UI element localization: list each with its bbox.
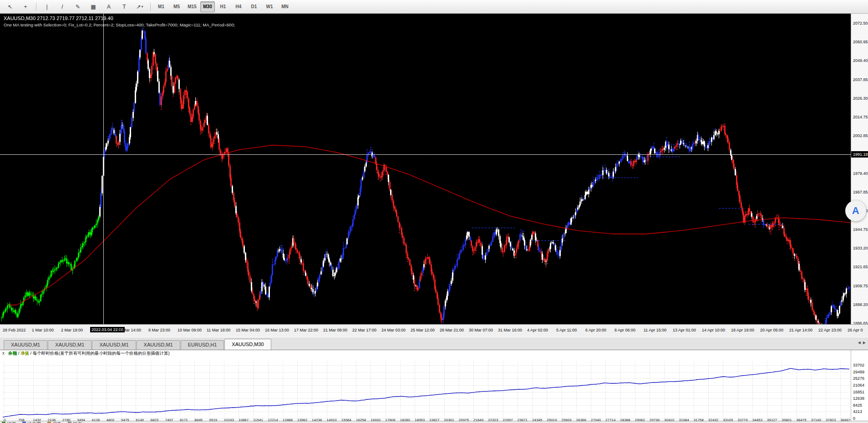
price-axis-label: 2002.85 — [853, 133, 868, 138]
legend-separator: / — [17, 351, 20, 356]
text-label-tool-button[interactable]: T — [117, 1, 132, 12]
tester-x-axis-label: 20975 — [459, 418, 469, 422]
tester-x-axis-label: 12214 — [268, 418, 278, 422]
price-axis-label: 2014.75 — [853, 115, 868, 119]
tester-x-axis-label: 29736 — [650, 418, 660, 422]
tester-x-axis-label: 34453 — [752, 418, 762, 422]
time-axis-label: 18 Apr 19:00 — [731, 328, 754, 332]
legend-balance-label: 余额 — [8, 351, 17, 356]
timeframe-m30-button[interactable]: M30 — [200, 1, 215, 12]
timeframe-h4-button[interactable]: H4 — [231, 1, 246, 12]
shapes-tool-button[interactable]: ↗▾ — [132, 1, 147, 12]
chart-tab-xauusdm1[interactable]: XAUUSD,M1 — [92, 340, 136, 350]
trendline-icon: / — [61, 4, 63, 10]
price-axis-label: 1921.65 — [853, 265, 868, 269]
timeframe-m15-button[interactable]: M15 — [185, 1, 199, 12]
tester-x-axis-label: 0 — [4, 418, 5, 422]
tester-x-axis-label: 5475 — [121, 418, 129, 422]
time-axis-label: 1 Mar 10:00 — [32, 328, 54, 332]
draw-tool-button[interactable]: ✎ — [71, 1, 85, 12]
tester-x-axis-label: 8171 — [180, 418, 188, 422]
chart-tab-xauusdm1[interactable]: XAUUSD,M1 — [137, 340, 180, 350]
text-icon: A — [107, 4, 111, 10]
time-axis-label: 22 Mar 17:00 — [352, 328, 376, 332]
trendline-tool-button[interactable]: / — [55, 1, 70, 12]
cursor-tool-button[interactable]: ↖ — [3, 1, 17, 12]
tester-x-axis-label: 19627 — [429, 418, 439, 422]
price-axis-label: 1898.20 — [853, 302, 868, 307]
floating-assistant-button[interactable]: A — [845, 200, 866, 221]
tester-x-axis-label: 8845 — [194, 418, 203, 422]
fibonacci-grid-tool-button[interactable]: ▦ — [86, 1, 101, 12]
time-axis-label: 11 Mar 18:00 — [207, 328, 230, 332]
time-axis-label: 13 Apr 01:00 — [673, 328, 696, 332]
metatrader-strategy-tester-window: ↖+|/✎▦AT↗▾M1M5M15M30H1H4D1W1MN XAUUSD,M3… — [0, 0, 868, 423]
draw-icon: ✎ — [76, 4, 80, 10]
tester-x-axis-label: 1432 — [33, 418, 41, 422]
chart-tabbar: XAUUSD,M1XAUUSD,M1XAUUSD,M1XAUUSD,M1EURU… — [0, 337, 868, 350]
timeframe-m1-button[interactable]: M1 — [154, 1, 168, 12]
time-axis-label: 10 Mar 09:00 — [178, 328, 202, 332]
tester-x-axis-label: 23671 — [518, 418, 528, 422]
candlestick-chart-canvas[interactable] — [0, 14, 851, 324]
tester-x-axis-label: 25019 — [547, 418, 557, 422]
time-axis-label: 6 Apr 20:00 — [585, 328, 606, 332]
tester-x-axis-label: 37149 — [811, 418, 821, 422]
tester-y-axis-label: 8425 — [853, 403, 862, 408]
tester-x-axis-label: 31084 — [679, 418, 689, 422]
legend-equity-label: 净值 — [20, 351, 29, 356]
chart-tab-xauusdm30[interactable]: XAUUSD,M30 — [224, 339, 271, 350]
legend-description: 每个即时价格(基于所有可利用的最小时段的每一个价格的分形插值计算) — [33, 351, 170, 356]
tester-x-axis-label: 2106 — [48, 418, 56, 422]
tester-close-button[interactable]: x — [2, 351, 5, 356]
tester-x-axis-label: 16258 — [356, 418, 366, 422]
tester-x-axis-label: 22997 — [503, 418, 513, 422]
tab-scroll-left-icon[interactable]: ◀ — [858, 341, 861, 345]
main-chart-area[interactable]: XAUUSD,M30 2712.73 2719.77 2712.11 2719.… — [0, 14, 851, 324]
tester-y-axis-label: 21064 — [853, 383, 864, 387]
timeframe-mn-button[interactable]: MN — [278, 1, 292, 12]
assistant-icon: A — [852, 205, 859, 217]
tester-x-axis-label: 27714 — [605, 418, 615, 422]
tester-x-axis-label: 4128 — [92, 418, 100, 422]
time-axis-label: 5 Apr 11:00 — [556, 328, 577, 332]
tester-x-axis-label: 30410 — [664, 418, 674, 422]
tester-y-axis-label: 29489 — [853, 370, 864, 374]
time-axis-label: 30 Mar 07:00 — [469, 328, 493, 332]
time-axis-label: 14 Apr 10:00 — [702, 328, 725, 332]
price-axis-label: 2060.95 — [853, 40, 868, 44]
chart-tab-eurusdh1[interactable]: EURUSD,H1 — [181, 340, 224, 350]
tester-tab-label: 结果 — [7, 421, 16, 423]
price-axis-label: 1933.20 — [853, 246, 868, 250]
timeframe-m5-button[interactable]: M5 — [169, 1, 184, 12]
price-axis-label: 2026.30 — [853, 96, 868, 101]
chart-tab-xauusdm1[interactable]: XAUUSD,M1 — [48, 340, 91, 350]
tester-panel: x 余额 / 净值 / 每个即时价格(基于所有可利用的最小时段的每一个价格的分形… — [0, 350, 868, 423]
crosshair-icon: + — [24, 4, 27, 10]
tester-x-axis-label: 21649 — [473, 418, 483, 422]
toolbar: ↖+|/✎▦AT↗▾M1M5M15M30H1H4D1W1MN — [0, 0, 868, 14]
timeframe-h1-button[interactable]: H1 — [216, 1, 230, 12]
tester-x-axis-label: 37823 — [826, 418, 836, 422]
time-axis-label: 31 Mar 16:00 — [498, 328, 522, 332]
tester-x-axis-label: 31758 — [694, 418, 704, 422]
vertical-line-icon: | — [46, 4, 47, 10]
tester-x-axis-label: 33779 — [738, 418, 748, 422]
crosshair-tool-button[interactable]: + — [18, 1, 33, 12]
tester-x-axis-label: 6823 — [151, 418, 159, 422]
toolbar-separator — [150, 3, 151, 11]
time-axis-label: 7 Mar 14:00 — [119, 328, 141, 332]
tester-x-axis-label: 14910 — [327, 418, 337, 422]
tester-x-axis-label: 38497 — [840, 418, 850, 422]
chart-tab-xauusdm1[interactable]: XAUUSD,M1 — [4, 340, 47, 350]
tester-y-axis-label: 12638 — [853, 396, 864, 401]
timeframe-w1-button[interactable]: W1 — [262, 1, 277, 12]
tab-scroll-right-icon[interactable]: ▶ — [863, 341, 866, 345]
text-tool-button[interactable]: A — [102, 1, 116, 12]
fibonacci-grid-icon: ▦ — [91, 4, 96, 10]
timeframe-d1-button[interactable]: D1 — [247, 1, 261, 12]
vertical-line-tool-button[interactable]: | — [40, 1, 54, 12]
tester-x-axis-label: 10193 — [224, 418, 234, 422]
tester-x-axis-label: 35127 — [767, 418, 777, 422]
price-axis-label: 2072.50 — [853, 21, 868, 25]
